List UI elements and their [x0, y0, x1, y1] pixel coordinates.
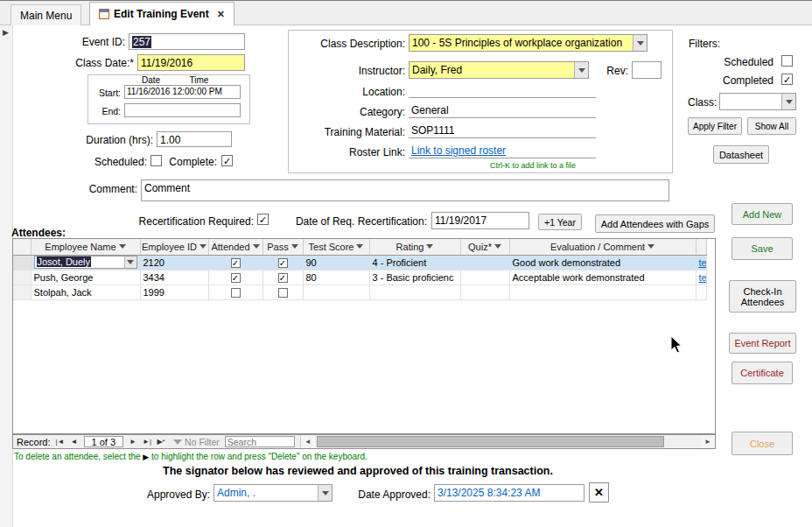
- category-field[interactable]: General: [409, 102, 596, 118]
- save-button[interactable]: Save: [732, 237, 793, 260]
- cell-test-score[interactable]: 80: [303, 270, 369, 285]
- cell-attended[interactable]: ✓: [208, 255, 262, 270]
- cell-quiz[interactable]: [460, 285, 509, 299]
- cell-extra-link[interactable]: te: [696, 255, 706, 270]
- row-selector[interactable]: [13, 255, 31, 270]
- scrollbar-thumb[interactable]: [317, 436, 664, 447]
- clear-approval-button[interactable]: ✕: [589, 482, 609, 502]
- cell-extra-link[interactable]: [696, 285, 706, 299]
- cell-pass[interactable]: ✓: [262, 270, 303, 285]
- col-rating[interactable]: Rating: [369, 239, 460, 255]
- pass-checkbox[interactable]: ✓: [278, 258, 288, 268]
- rev-field[interactable]: [632, 61, 662, 79]
- add-new-button[interactable]: Add New: [732, 203, 793, 225]
- new-record-icon[interactable]: ▶*: [154, 438, 168, 446]
- training-material-field[interactable]: SOP1111: [409, 123, 596, 138]
- start-field[interactable]: 11/16/2016 12:00:00 PM: [124, 85, 241, 99]
- cell-pass[interactable]: [262, 285, 303, 299]
- roster-link[interactable]: Link to signed roster: [411, 144, 506, 157]
- scheduled-checkbox[interactable]: [150, 155, 162, 166]
- cell-attended[interactable]: ✓: [208, 270, 262, 285]
- check-in-attendees-button[interactable]: Check-In Attendees: [729, 280, 796, 313]
- search-input[interactable]: [225, 436, 295, 447]
- scroll-right-icon[interactable]: ►: [701, 435, 715, 448]
- recert-date-field[interactable]: 11/19/2017: [431, 212, 529, 229]
- col-employee-id[interactable]: Employee ID: [140, 239, 208, 255]
- cell-pass[interactable]: ✓: [262, 255, 303, 270]
- instructor-combo[interactable]: Daily, Fred: [409, 61, 589, 79]
- horizontal-scrollbar[interactable]: ◄ ►: [300, 435, 715, 448]
- cell-quiz[interactable]: [460, 270, 509, 285]
- previous-record-icon[interactable]: ◄: [67, 438, 81, 446]
- col-quiz[interactable]: Quiz*: [460, 239, 509, 255]
- close-button[interactable]: Close: [732, 432, 793, 455]
- roster-link-field[interactable]: Link to signed roster: [409, 143, 596, 158]
- col-pass[interactable]: Pass: [262, 239, 303, 255]
- tab-main-menu[interactable]: Main Menu: [10, 4, 81, 25]
- cell-test-score[interactable]: 90: [303, 255, 369, 270]
- chevron-down-icon[interactable]: [574, 62, 588, 78]
- chevron-down-icon[interactable]: [781, 94, 795, 109]
- filter-completed-checkbox[interactable]: ✓: [781, 74, 793, 85]
- sort-arrow-icon[interactable]: [291, 244, 298, 249]
- recert-required-checkbox[interactable]: ✓: [257, 214, 269, 225]
- duration-field[interactable]: 1.00: [157, 131, 232, 147]
- end-field[interactable]: [124, 103, 241, 117]
- approved-by-combo[interactable]: Admin, .: [214, 484, 332, 502]
- attended-checkbox[interactable]: [231, 288, 241, 298]
- cell-test-score[interactable]: [303, 285, 369, 299]
- cell-attended[interactable]: [208, 285, 262, 299]
- cell-employee-name[interactable]: Stolpah, Jack: [31, 285, 140, 299]
- event-report-button[interactable]: Event Report: [729, 333, 796, 354]
- chevron-down-icon[interactable]: [318, 485, 332, 501]
- tab-edit-training-event[interactable]: Edit Training Event ✕: [89, 2, 234, 25]
- cell-rating[interactable]: [369, 285, 460, 299]
- cell-quiz[interactable]: [460, 255, 509, 270]
- cell-rating[interactable]: 4 - Proficient: [369, 255, 460, 270]
- date-approved-field[interactable]: 3/13/2025 8:34:23 AM: [434, 484, 584, 502]
- row-link[interactable]: te: [699, 272, 707, 283]
- cell-evaluation[interactable]: Acceptable work demonstrated: [509, 270, 696, 285]
- cell-employee-id[interactable]: 1999: [140, 285, 208, 299]
- certificate-button[interactable]: Certificate: [732, 362, 793, 384]
- table-row[interactable]: Push, George 3434 ✓ ✓ 80 3 - Basic profi…: [13, 270, 706, 285]
- table-row[interactable]: Stolpah, Jack 1999: [13, 285, 706, 299]
- attended-checkbox[interactable]: ✓: [231, 258, 241, 268]
- next-record-icon[interactable]: ►: [126, 438, 140, 446]
- row-link[interactable]: te: [699, 257, 707, 268]
- row-selector[interactable]: [13, 285, 31, 299]
- cell-evaluation[interactable]: Good work demonstrated: [509, 255, 696, 270]
- employee-name-combo[interactable]: Josot, Duely: [34, 256, 137, 269]
- cell-employee-id[interactable]: 3434: [140, 270, 208, 285]
- class-date-field[interactable]: 11/19/2016: [137, 54, 245, 71]
- pass-checkbox[interactable]: [278, 288, 288, 298]
- cell-evaluation[interactable]: [509, 285, 696, 299]
- pass-checkbox[interactable]: ✓: [278, 273, 288, 283]
- sort-arrow-icon[interactable]: [494, 244, 501, 249]
- class-description-combo[interactable]: 100 - 5S Principles of workplace organiz…: [409, 34, 648, 52]
- first-record-icon[interactable]: |◄: [53, 438, 67, 446]
- plus-one-year-button[interactable]: +1 Year: [538, 214, 582, 230]
- filter-scheduled-checkbox[interactable]: [781, 55, 793, 67]
- sort-arrow-icon[interactable]: [253, 244, 260, 249]
- sort-arrow-icon[interactable]: [648, 244, 654, 249]
- apply-filter-button[interactable]: Apply Filter: [688, 117, 742, 135]
- table-row[interactable]: Josot, Duely 2120 ✓ ✓ 90 4 - Proficient …: [13, 255, 706, 270]
- chevron-down-icon[interactable]: [124, 256, 136, 268]
- scroll-left-icon[interactable]: ◄: [301, 435, 315, 448]
- sort-arrow-icon[interactable]: [356, 244, 363, 249]
- col-test-score[interactable]: Test Score: [303, 239, 369, 255]
- add-attendees-with-gaps-button[interactable]: Add Attendees with Gaps: [595, 214, 715, 233]
- row-selector[interactable]: [13, 270, 31, 285]
- sort-arrow-icon[interactable]: [119, 244, 126, 249]
- last-record-icon[interactable]: ►|: [140, 438, 154, 446]
- no-filter-indicator[interactable]: No Filter: [173, 437, 220, 447]
- comment-field[interactable]: Comment: [141, 179, 669, 201]
- chevron-down-icon[interactable]: [633, 35, 647, 51]
- sort-arrow-icon[interactable]: [426, 244, 433, 249]
- show-all-button[interactable]: Show All: [747, 117, 796, 135]
- attended-checkbox[interactable]: ✓: [231, 273, 241, 283]
- col-employee-name[interactable]: Employee Name: [31, 239, 140, 255]
- sort-arrow-icon[interactable]: [200, 244, 206, 249]
- cell-employee-name[interactable]: Josot, Duely: [31, 255, 140, 270]
